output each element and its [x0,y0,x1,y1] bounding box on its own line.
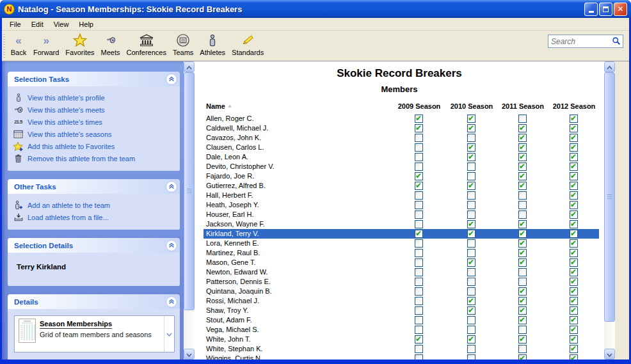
season-checkbox[interactable] [518,345,527,353]
table-row[interactable]: Kirkland, Terry V.✔✔✔✔ [195,229,604,239]
season-checkbox[interactable]: ✔ [518,249,527,257]
season-checkbox[interactable] [467,239,475,248]
season-checkbox[interactable] [467,172,475,180]
column-header-season[interactable]: 2011 Season [497,102,548,110]
toolbar-button-conferences[interactable]: Conferences [124,31,170,61]
season-checkbox[interactable] [415,249,423,257]
task-link[interactable]: View this athlete's meets [13,104,176,116]
toolbar-button-favorites[interactable]: Favorites [62,31,97,61]
season-checkbox[interactable]: ✔ [570,345,578,353]
season-checkbox[interactable] [415,326,423,334]
season-checkbox[interactable] [415,143,423,152]
season-checkbox[interactable]: ✔ [518,258,527,267]
table-row[interactable]: Newton, Edward W.✔ [195,267,604,277]
season-checkbox[interactable]: ✔ [570,124,578,132]
season-checkbox[interactable]: ✔ [570,115,578,123]
season-checkbox[interactable]: ✔ [570,278,578,286]
collapse-button[interactable] [166,181,177,193]
season-checkbox[interactable]: ✔ [518,316,527,324]
season-checkbox[interactable]: ✔ [467,115,475,123]
toolbar-button-teams[interactable]: Teams [170,31,196,61]
season-checkbox[interactable]: ✔ [570,230,578,238]
season-checkbox[interactable]: ✔ [415,335,423,344]
season-checkbox[interactable]: ✔ [518,162,527,171]
table-row[interactable]: Heath, Joseph Y.✔ [195,200,604,210]
season-checkbox[interactable]: ✔ [518,172,527,180]
season-checkbox[interactable] [467,162,475,171]
season-checkbox[interactable] [518,326,527,334]
season-checkbox[interactable] [415,191,423,200]
season-checkbox[interactable]: ✔ [570,134,578,142]
season-checkbox[interactable]: ✔ [467,297,475,305]
season-checkbox[interactable]: ✔ [570,201,578,209]
season-checkbox[interactable]: ✔ [467,230,475,238]
season-checkbox[interactable]: ✔ [518,220,527,228]
collapse-button[interactable] [166,74,177,85]
season-checkbox[interactable] [518,268,527,276]
season-checkbox[interactable] [415,268,423,276]
scroll-up-button[interactable] [184,61,195,72]
task-link[interactable]: Add this athlete to Favorites [13,140,176,152]
season-checkbox[interactable]: ✔ [415,124,423,132]
season-checkbox[interactable]: ✔ [570,287,578,296]
season-checkbox[interactable] [467,345,475,353]
menu-help[interactable]: Help [74,19,99,29]
scroll-up-button[interactable] [604,61,615,72]
table-row[interactable]: Dale, Leon A.✔✔✔ [195,152,604,162]
column-header-name[interactable]: Name ▲ [206,102,232,110]
season-checkbox[interactable]: ✔ [570,153,578,161]
task-link[interactable]: 21.5View this athlete's times [13,116,176,128]
season-checkbox[interactable] [467,316,475,324]
season-checkbox[interactable] [415,306,423,315]
season-checkbox[interactable]: ✔ [518,239,527,248]
season-checkbox[interactable]: ✔ [570,258,578,267]
season-checkbox[interactable] [415,297,423,305]
season-checkbox[interactable]: ✔ [467,258,475,267]
season-checkbox[interactable]: ✔ [518,354,527,360]
table-row[interactable]: Quintana, Joaquin B.✔✔ [195,287,604,296]
season-checkbox[interactable]: ✔ [518,335,527,344]
table-row[interactable]: Allen, Roger C.✔✔✔ [195,114,604,123]
table-row[interactable]: Wiggins, Curtis N.✔✔ [195,354,604,360]
season-checkbox[interactable]: ✔ [467,306,475,315]
table-row[interactable]: Jackson, Wayne F.✔✔✔ [195,219,604,229]
search-input[interactable] [548,36,612,47]
season-checkbox[interactable]: ✔ [518,143,527,152]
table-row[interactable]: Martinez, Raul B.✔✔ [195,248,604,258]
season-checkbox[interactable]: ✔ [570,306,578,315]
season-checkbox[interactable] [467,326,475,334]
table-row[interactable]: White, John T.✔✔✔✔ [195,335,604,344]
table-row[interactable]: Cavazos, John K.✔✔ [195,133,604,143]
panel-header[interactable]: Details [8,294,180,309]
minimize-button[interactable] [584,3,598,16]
season-checkbox[interactable]: ✔ [570,316,578,324]
season-checkbox[interactable] [467,278,475,286]
season-checkbox[interactable]: ✔ [467,124,475,132]
menu-edit[interactable]: Edit [26,19,49,29]
menu-view[interactable]: View [49,19,74,29]
maximize-button[interactable] [599,3,612,16]
season-checkbox[interactable] [415,220,423,228]
season-checkbox[interactable] [415,258,423,267]
season-checkbox[interactable] [415,134,423,142]
toolbar-grip[interactable] [3,33,6,58]
season-checkbox[interactable]: ✔ [570,191,578,200]
table-row[interactable]: Rossi, Michael J.✔✔✔ [195,296,604,306]
table-row[interactable]: Lora, Kenneth E.✔✔ [195,239,604,248]
task-link[interactable]: View this athlete's seasons [13,128,176,140]
column-header-season[interactable]: 2009 Season [394,102,445,110]
season-checkbox[interactable]: ✔ [415,182,423,190]
toolbar-button-standards[interactable]: Standards [228,31,267,61]
season-checkbox[interactable]: ✔ [518,182,527,190]
season-checkbox[interactable] [415,210,423,219]
season-checkbox[interactable]: ✔ [518,134,527,142]
season-checkbox[interactable]: ✔ [415,172,423,180]
season-checkbox[interactable] [467,354,475,360]
season-checkbox[interactable]: ✔ [570,268,578,276]
scroll-down-button[interactable] [184,349,195,360]
season-checkbox[interactable] [467,249,475,257]
season-checkbox[interactable]: ✔ [570,297,578,305]
toolbar-button-back[interactable]: «Back [7,31,30,61]
season-checkbox[interactable]: ✔ [415,115,423,123]
season-checkbox[interactable]: ✔ [570,249,578,257]
